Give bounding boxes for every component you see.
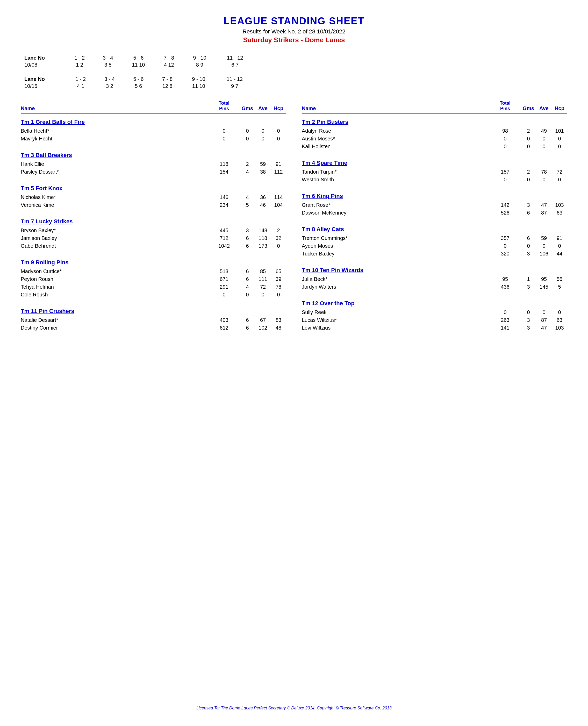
player-hcp: 39: [271, 275, 286, 283]
player-ave: 59: [255, 160, 271, 168]
lane-no-label: Lane No: [21, 55, 65, 61]
player-hcp: 0: [552, 176, 567, 183]
col-ave_label: Ave: [536, 105, 552, 111]
player-hcp: 65: [271, 267, 286, 275]
player-name: Lucas Wiltzius*: [302, 316, 489, 324]
team-column: NameTotalPinsGmsAveHcpTm 1 Great Balls o…: [21, 101, 286, 341]
col-name-header: Name: [21, 105, 209, 111]
player-row: Bryson Baxley*44531482: [21, 226, 286, 234]
team-block-tm1: Tm 1 Great Balls of FireBella Hecht*0000…: [21, 119, 286, 143]
player-hcp: 91: [552, 234, 567, 242]
lane-pair-label: 9 - 10: [183, 55, 216, 61]
player-ave: 36: [255, 193, 271, 201]
col-ave_label: Ave: [255, 105, 271, 111]
player-pins: 234: [209, 201, 239, 209]
team-block-tm8: Tm 8 Alley CatsTrenton Cummings*35765991…: [302, 226, 567, 257]
lane-values: 4 1: [66, 83, 95, 90]
lane-schedule: Lane No1 - 23 - 45 - 67 - 89 - 1011 - 12…: [21, 55, 567, 90]
player-row: Lucas Wiltzius*26338763: [302, 316, 567, 324]
col-hcp_label: Hcp: [271, 105, 286, 111]
team-name-tm5: Tm 5 Fort Knox: [21, 185, 286, 192]
player-row: Gabe Behrendt104261730: [21, 242, 286, 250]
player-hcp: 72: [552, 168, 567, 176]
player-hcp: 83: [271, 316, 286, 324]
lane-pair-label: 1 - 2: [66, 76, 95, 83]
lane-values: 3 2: [95, 83, 124, 90]
player-name: Sully Reek: [302, 308, 489, 316]
player-hcp: 0: [271, 291, 286, 298]
lane-values: 11 10: [182, 83, 215, 90]
player-hcp: 0: [271, 242, 286, 250]
column-header: NameTotalPinsGmsAveHcp: [21, 101, 286, 113]
lane-values: 5 6: [124, 83, 153, 90]
player-gms: 6: [521, 209, 536, 216]
player-gms: 6: [521, 234, 536, 242]
page-league: Saturday Strikers - Dome Lanes: [21, 36, 567, 44]
player-row: Bella Hecht*0000: [21, 127, 286, 135]
player-row: Tandon Turpin*15727872: [302, 168, 567, 176]
lane-values: 8 9: [183, 61, 216, 68]
player-hcp: 78: [271, 283, 286, 291]
player-pins: 291: [209, 283, 239, 291]
player-row: Madyson Curtice*51368565: [21, 267, 286, 275]
lane-pair-label: 11 - 12: [216, 55, 254, 61]
player-pins: 95: [489, 275, 521, 283]
player-name: Madyson Curtice*: [21, 267, 209, 275]
player-gms: 1: [521, 275, 536, 283]
player-ave: 72: [255, 283, 271, 291]
lane-pair-label: 5 - 6: [122, 55, 155, 61]
player-pins: 445: [209, 226, 239, 234]
player-ave: 118: [255, 234, 271, 242]
player-gms: 3: [521, 250, 536, 257]
player-pins: 526: [489, 209, 521, 216]
team-name-tm1: Tm 1 Great Balls of Fire: [21, 119, 286, 125]
player-name: Tehya Helman: [21, 283, 209, 291]
player-pins: 671: [209, 275, 239, 283]
player-gms: 6: [239, 234, 255, 242]
page-title: LEAGUE STANDING SHEET: [21, 16, 567, 27]
team-name-tm12: Tm 12 Over the Top: [302, 300, 567, 307]
player-row: Sully Reek0000: [302, 308, 567, 316]
lane-date-0: Lane No1 - 23 - 45 - 67 - 89 - 1011 - 12…: [21, 55, 567, 68]
player-row: Peyton Roush671611139: [21, 275, 286, 283]
team-name-tm2: Tm 2 Pin Busters: [302, 119, 567, 125]
player-name: Dawson McKenney: [302, 209, 489, 216]
player-name: Bryson Baxley*: [21, 226, 209, 234]
player-ave: 148: [255, 226, 271, 234]
player-ave: 78: [536, 168, 552, 176]
team-block-tm6: Tm 6 King PinsGrant Rose*142347103Dawson…: [302, 193, 567, 216]
player-gms: 3: [521, 324, 536, 332]
player-gms: 6: [239, 324, 255, 332]
player-ave: 95: [536, 275, 552, 283]
player-row: Grant Rose*142347103: [302, 201, 567, 209]
player-hcp: 0: [271, 127, 286, 135]
team-name-tm9: Tm 9 Rolling Pins: [21, 259, 286, 266]
footer: Licensed To: The Dome Lanes Perfect Secr…: [0, 706, 588, 710]
player-hcp: 0: [552, 135, 567, 143]
player-hcp: 48: [271, 324, 286, 332]
player-hcp: 5: [552, 283, 567, 291]
player-pins: 0: [209, 291, 239, 298]
player-gms: 2: [521, 168, 536, 176]
player-hcp: 104: [271, 201, 286, 209]
player-ave: 0: [536, 143, 552, 150]
team-name-tm7: Tm 7 Lucky Strikes: [21, 218, 286, 225]
player-row: Veronica Kime234546104: [21, 201, 286, 209]
player-gms: 6: [239, 275, 255, 283]
player-ave: 87: [536, 316, 552, 324]
player-name: Hank Ellie: [21, 160, 209, 168]
player-row: Hank Ellie11825991: [21, 160, 286, 168]
player-ave: 46: [255, 201, 271, 209]
lane-values: 1 2: [65, 61, 94, 68]
player-pins: 0: [489, 242, 521, 250]
team-block-tm12: Tm 12 Over the TopSully Reek0000Lucas Wi…: [302, 300, 567, 332]
team-name-tm6: Tm 6 King Pins: [302, 193, 567, 200]
team-block-tm7: Tm 7 Lucky StrikesBryson Baxley*44531482…: [21, 218, 286, 250]
player-hcp: 0: [552, 308, 567, 316]
player-name: Trenton Cummings*: [302, 234, 489, 242]
divider-top: [21, 95, 567, 95]
player-gms: 6: [239, 267, 255, 275]
player-hcp: 63: [552, 316, 567, 324]
player-pins: 263: [489, 316, 521, 324]
lane-pair-label: 3 - 4: [95, 76, 124, 83]
